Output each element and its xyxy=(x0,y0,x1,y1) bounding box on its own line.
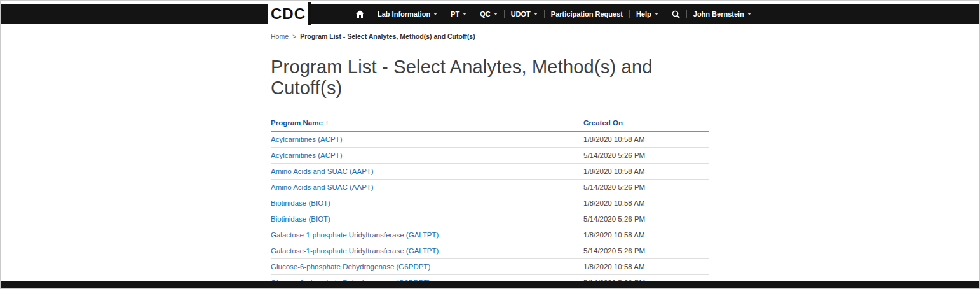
sort-asc-icon: ↑ xyxy=(325,119,329,127)
table-row: Amino Acids and SUAC (AAPT) 1/8/2020 10:… xyxy=(271,164,709,180)
nav-pt[interactable]: PT xyxy=(444,4,473,24)
nav-item-label: UDOT xyxy=(511,10,531,18)
program-link[interactable]: Galactose-1-phosphate Uridyltransferase … xyxy=(271,247,439,255)
page-title: Program List - Select Analytes, Method(s… xyxy=(271,57,709,99)
created-on-value: 5/14/2020 5:26 PM xyxy=(583,180,709,195)
created-on-value: 1/8/2020 10:58 AM xyxy=(583,195,709,211)
breadcrumb-current: Program List - Select Analytes, Method(s… xyxy=(300,32,475,40)
table-row: Galactose-1-phosphate Uridyltransferase … xyxy=(271,243,709,259)
chevron-down-icon xyxy=(534,13,538,15)
created-on-value: 1/8/2020 10:58 AM xyxy=(583,227,709,243)
home-icon xyxy=(356,10,364,18)
table-row: Glucose-6-phosphate Dehydrogenase (G6PDP… xyxy=(271,259,709,275)
nav-help[interactable]: Help xyxy=(630,4,665,24)
table-header-row: Program Name↑ Created On xyxy=(271,115,709,132)
nav-user-menu[interactable]: John Bernstein xyxy=(687,4,758,24)
created-on-value: 1/8/2020 10:58 AM xyxy=(583,132,709,148)
chevron-down-icon xyxy=(463,13,466,15)
created-on-value: 5/14/2020 5:26 PM xyxy=(583,243,709,259)
program-link[interactable]: Galactose-1-phosphate Uridyltransferase … xyxy=(271,231,439,239)
created-on-value: 1/8/2020 10:58 AM xyxy=(583,164,709,180)
column-header-created-on[interactable]: Created On xyxy=(583,115,709,132)
table-row: Galactose-1-phosphate Uridyltransferase … xyxy=(271,227,709,243)
nav-home[interactable] xyxy=(350,4,371,24)
nav-participation-request[interactable]: Participation Request xyxy=(545,4,629,24)
column-header-program-name[interactable]: Program Name↑ xyxy=(271,115,583,132)
program-link[interactable]: Biotinidase (BIOT) xyxy=(271,215,330,223)
breadcrumb: Home > Program List - Select Analytes, M… xyxy=(271,32,709,40)
nav-lab-information[interactable]: Lab Information xyxy=(371,4,444,24)
nav-item-label: QC xyxy=(480,10,491,18)
program-link[interactable]: Amino Acids and SUAC (AAPT) xyxy=(271,167,374,175)
chevron-down-icon xyxy=(747,13,751,15)
nav-menu: Lab Information PT QC UDOT Participation… xyxy=(350,4,758,24)
nav-item-label: PT xyxy=(451,10,459,18)
table-row: Acylcarnitines (ACPT) 1/8/2020 10:58 AM xyxy=(271,132,709,148)
nav-qc[interactable]: QC xyxy=(473,4,504,24)
nav-udot[interactable]: UDOT xyxy=(505,4,544,24)
breadcrumb-home-link[interactable]: Home xyxy=(271,32,289,40)
nav-item-label: Participation Request xyxy=(551,10,623,18)
breadcrumb-separator: > xyxy=(292,32,296,40)
program-link[interactable]: Acylcarnitines (ACPT) xyxy=(271,152,342,159)
nav-item-label: Help xyxy=(636,10,651,18)
chevron-down-icon xyxy=(494,13,498,15)
table-row: Biotinidase (BIOT) 5/14/2020 5:26 PM xyxy=(271,211,709,227)
table-row: Amino Acids and SUAC (AAPT) 5/14/2020 5:… xyxy=(271,180,709,195)
program-link[interactable]: Biotinidase (BIOT) xyxy=(271,199,330,207)
column-label: Created On xyxy=(583,119,623,127)
search-icon xyxy=(672,10,680,18)
column-label: Program Name xyxy=(271,119,323,127)
nav-search[interactable] xyxy=(665,4,686,24)
chevron-down-icon xyxy=(655,13,658,15)
program-link[interactable]: Glucose-6-phosphate Dehydrogenase (G6PDP… xyxy=(271,263,430,271)
footer-bar xyxy=(1,281,979,288)
created-on-value: 5/14/2020 5:26 PM xyxy=(583,211,709,227)
main-content: Home > Program List - Select Analytes, M… xyxy=(271,32,709,289)
program-link[interactable]: Amino Acids and SUAC (AAPT) xyxy=(271,183,374,191)
table-row: Biotinidase (BIOT) 1/8/2020 10:58 AM xyxy=(271,195,709,211)
nav-item-label: Lab Information xyxy=(378,10,430,18)
user-name-label: John Bernstein xyxy=(693,10,744,18)
created-on-value: 5/14/2020 5:26 PM xyxy=(583,148,709,164)
top-navigation: CDC Lab Information PT QC xyxy=(1,4,979,24)
created-on-value: 1/8/2020 10:58 AM xyxy=(583,259,709,275)
chevron-down-icon xyxy=(433,13,437,15)
program-link[interactable]: Acylcarnitines (ACPT) xyxy=(271,136,342,143)
program-table: Program Name↑ Created On Acylcarnitines … xyxy=(271,115,709,289)
cdc-logo[interactable]: CDC xyxy=(268,2,311,25)
table-row: Acylcarnitines (ACPT) 5/14/2020 5:26 PM xyxy=(271,148,709,164)
nav-inner: CDC Lab Information PT QC xyxy=(268,4,726,24)
